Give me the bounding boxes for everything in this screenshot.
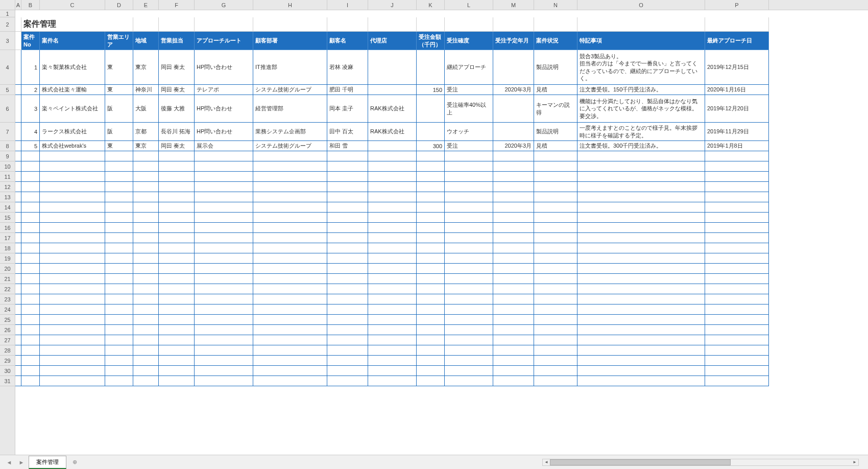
cell-prob[interactable]: ウオッチ (445, 123, 493, 141)
cell[interactable] (705, 376, 769, 386)
cell[interactable] (417, 17, 445, 32)
cell[interactable] (253, 274, 327, 284)
cell[interactable] (445, 172, 493, 182)
cell[interactable] (327, 284, 368, 294)
cell[interactable] (577, 294, 705, 304)
cell[interactable] (15, 141, 21, 151)
cell[interactable] (417, 335, 445, 345)
row-header-15[interactable]: 15 (0, 213, 15, 223)
cell[interactable] (21, 182, 40, 192)
cell[interactable] (159, 17, 195, 32)
cell[interactable] (133, 161, 159, 172)
cell[interactable] (21, 264, 40, 274)
cell[interactable] (445, 376, 493, 386)
cell[interactable] (21, 233, 40, 243)
cell[interactable] (159, 294, 195, 304)
cell[interactable] (445, 366, 493, 376)
cell[interactable] (327, 304, 368, 315)
cell[interactable] (15, 335, 21, 345)
cell[interactable] (195, 17, 253, 32)
cell[interactable] (253, 161, 327, 172)
cell[interactable] (368, 304, 417, 315)
cell[interactable] (105, 345, 133, 356)
cell[interactable] (105, 315, 133, 325)
cell[interactable] (445, 213, 493, 223)
cell[interactable] (445, 315, 493, 325)
cell[interactable] (133, 304, 159, 315)
cell[interactable] (493, 325, 534, 335)
cell[interactable] (15, 10, 21, 17)
cell-status[interactable]: 見積 (534, 141, 577, 151)
cell[interactable] (327, 192, 368, 202)
cell[interactable] (493, 335, 534, 345)
cell[interactable] (327, 335, 368, 345)
cell-amount[interactable] (417, 95, 445, 123)
cell[interactable] (705, 182, 769, 192)
cell[interactable] (577, 335, 705, 345)
row-header-4[interactable]: 4 (0, 50, 15, 85)
cell[interactable] (368, 253, 417, 264)
cell[interactable] (253, 10, 327, 17)
cell[interactable] (133, 284, 159, 294)
cell-route[interactable]: 展示会 (195, 141, 253, 151)
cell[interactable] (705, 274, 769, 284)
cell-due[interactable]: 2020年3月 (493, 85, 534, 95)
cell[interactable] (577, 10, 705, 17)
cell[interactable] (368, 243, 417, 253)
cell[interactable] (15, 95, 21, 123)
cell-last[interactable]: 2019年11月29日 (705, 123, 769, 141)
cell[interactable] (195, 366, 253, 376)
cell-no[interactable]: 2 (21, 85, 40, 95)
cell[interactable] (368, 284, 417, 294)
cell[interactable] (195, 284, 253, 294)
sheet-tab[interactable]: 案件管理 (29, 456, 66, 469)
cell[interactable] (445, 345, 493, 356)
cell[interactable] (327, 264, 368, 274)
row-header-23[interactable]: 23 (0, 294, 15, 304)
row-header-12[interactable]: 12 (0, 182, 15, 192)
cell[interactable] (159, 345, 195, 356)
cell[interactable] (534, 376, 577, 386)
cell-cust[interactable]: 岡本 圭子 (327, 95, 368, 123)
cell[interactable] (445, 325, 493, 335)
cell[interactable] (105, 335, 133, 345)
cell-route[interactable]: HP問い合わせ (195, 123, 253, 141)
cell[interactable] (15, 315, 21, 325)
cell[interactable] (493, 243, 534, 253)
cell[interactable] (159, 192, 195, 202)
cell[interactable] (21, 243, 40, 253)
cell[interactable] (15, 345, 21, 356)
col-header-A[interactable]: A (15, 0, 21, 10)
cell[interactable] (705, 17, 769, 32)
cell[interactable] (15, 192, 21, 202)
cell[interactable] (534, 325, 577, 335)
cell[interactable] (327, 274, 368, 284)
cell[interactable] (534, 315, 577, 325)
cell[interactable] (159, 356, 195, 366)
cell-region[interactable]: 東京 (133, 50, 159, 85)
row-header-3[interactable]: 3 (0, 32, 15, 50)
cell[interactable] (577, 366, 705, 376)
cell[interactable] (577, 284, 705, 294)
cell[interactable] (493, 172, 534, 182)
cell[interactable] (195, 233, 253, 243)
cell[interactable] (195, 345, 253, 356)
cell[interactable] (253, 233, 327, 243)
cell[interactable] (493, 345, 534, 356)
cell[interactable] (40, 213, 105, 223)
cell[interactable] (253, 315, 327, 325)
cell[interactable] (253, 17, 327, 32)
tab-prev-icon[interactable]: ◄ (4, 457, 14, 467)
cell[interactable] (15, 284, 21, 294)
cell[interactable] (705, 213, 769, 223)
cell[interactable] (15, 182, 21, 192)
cell[interactable] (417, 345, 445, 356)
col-header-B[interactable]: B (21, 0, 40, 10)
cell-no[interactable]: 3 (21, 95, 40, 123)
cell[interactable] (40, 315, 105, 325)
cell[interactable] (105, 213, 133, 223)
cell[interactable] (195, 213, 253, 223)
cell[interactable] (159, 264, 195, 274)
cell[interactable] (705, 284, 769, 294)
row-header-28[interactable]: 28 (0, 345, 15, 356)
